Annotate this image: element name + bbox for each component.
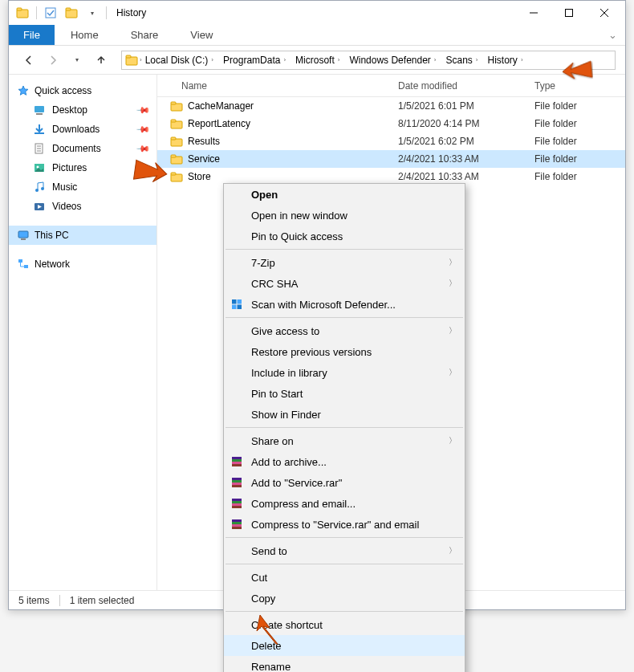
sidebar-item-videos[interactable]: Videos [9, 197, 156, 216]
nav-forward-button[interactable] [43, 50, 63, 71]
rar-icon [229, 454, 245, 470]
ribbon-expand-icon[interactable]: ⌄ [600, 25, 625, 45]
network-label: Network [35, 259, 70, 270]
menu-compress-to-service-rar-and-email[interactable]: Compress to "Service.rar" and email [224, 514, 465, 535]
menu-open-in-new-window[interactable]: Open in new window [224, 205, 465, 226]
menu-copy[interactable]: Copy [224, 588, 465, 609]
svg-rect-39 [238, 299, 242, 304]
sidebar-network[interactable]: Network [9, 255, 156, 274]
menu-restore-previous-versions[interactable]: Restore previous versions [224, 341, 465, 362]
breadcrumb-windows-defender[interactable]: Windows Defender› [346, 55, 442, 66]
menu-give-access-to[interactable]: Give access to〉 [224, 320, 465, 341]
sidebar-item-desktop[interactable]: Desktop📌 [9, 100, 156, 120]
svg-rect-10 [126, 55, 131, 58]
menu-add-to-archive[interactable]: Add to archive... [224, 451, 465, 472]
svg-rect-38 [232, 299, 237, 304]
menu-separator [226, 317, 463, 318]
menu-rename[interactable]: Rename [224, 656, 465, 672]
close-button[interactable] [587, 1, 622, 25]
col-name[interactable]: Name [157, 80, 398, 92]
svg-rect-57 [232, 524, 242, 527]
svg-point-21 [41, 187, 44, 190]
svg-rect-13 [35, 132, 44, 134]
menu-separator [226, 564, 463, 564]
folder-icon [170, 100, 183, 112]
menu-create-shortcut[interactable]: Create shortcut [224, 614, 465, 635]
svg-rect-6 [566, 10, 573, 17]
column-headers[interactable]: Name Date modified Type [157, 75, 625, 97]
maximize-button[interactable] [551, 1, 587, 25]
menu-open[interactable]: Open [224, 184, 465, 205]
star-icon [17, 84, 30, 97]
folder-row-results[interactable]: Results1/5/2021 6:02 PMFile folder [157, 132, 625, 150]
nav-sidebar: Quick access Desktop📌Downloads📌Documents… [9, 75, 157, 590]
menu-pin-to-start[interactable]: Pin to Start [224, 383, 465, 404]
breadcrumb-programdata[interactable]: ProgramData› [220, 55, 292, 66]
address-bar-row: ▾ › Local Disk (C:)›ProgramData›Microsof… [9, 46, 625, 75]
nav-recent-dropdown[interactable]: ▾ [67, 50, 87, 71]
pin-icon: 📌 [135, 121, 150, 136]
svg-rect-45 [232, 462, 242, 464]
music-icon [33, 181, 46, 193]
address-bar[interactable]: › Local Disk (C:)›ProgramData›Microsoft›… [121, 51, 616, 70]
rar-icon [229, 495, 245, 511]
svg-rect-29 [171, 102, 176, 104]
breadcrumb-scans[interactable]: Scans› [443, 55, 485, 66]
status-selected: 1 item selected [70, 595, 135, 606]
this-pc-icon [17, 229, 30, 242]
this-pc-label: This PC [35, 230, 69, 241]
submenu-arrow-icon: 〉 [449, 257, 457, 268]
sidebar-item-music[interactable]: Music [9, 177, 156, 197]
qat-checkbox-icon[interactable] [43, 6, 58, 20]
svg-rect-49 [232, 483, 242, 485]
quick-access-header[interactable]: Quick access [9, 81, 156, 100]
minimize-button[interactable] [516, 1, 551, 25]
ribbon-tab-home[interactable]: Home [55, 25, 115, 45]
folder-row-service[interactable]: Service2/4/2021 10:33 AMFile folder [157, 150, 625, 168]
svg-rect-25 [21, 238, 26, 240]
folder-icon [170, 153, 183, 165]
ribbon-tab-share[interactable]: Share [115, 25, 175, 45]
menu-include-in-library[interactable]: Include in library〉 [224, 362, 465, 383]
nav-up-button[interactable] [91, 50, 112, 71]
breadcrumb-microsoft[interactable]: Microsoft› [292, 55, 346, 66]
sidebar-item-documents[interactable]: Documents📌 [9, 139, 156, 158]
folder-row-reportlatency[interactable]: ReportLatency8/11/2020 4:14 PMFile folde… [157, 115, 625, 132]
videos-icon [33, 200, 46, 213]
menu-cut[interactable]: Cut [224, 567, 465, 588]
menu-scan-with-microsoft-defender[interactable]: Scan with Microsoft Defender... [224, 294, 465, 315]
folder-row-cachemanager[interactable]: CacheManager1/5/2021 6:01 PMFile folder [157, 97, 625, 115]
qat-dropdown-icon[interactable]: ▾ [85, 6, 100, 20]
svg-rect-2 [46, 8, 55, 18]
menu-pin-to-quick-access[interactable]: Pin to Quick access [224, 226, 465, 246]
menu-show-in-finder[interactable]: Show in Finder [224, 404, 465, 425]
menu-add-to-service-rar[interactable]: Add to "Service.rar" [224, 472, 465, 493]
sidebar-item-pictures[interactable]: Pictures📌 [9, 158, 156, 177]
svg-rect-52 [232, 501, 242, 503]
menu-send-to[interactable]: Send to〉 [224, 540, 465, 561]
ribbon-tab-view[interactable]: View [174, 25, 229, 45]
menu-7-zip[interactable]: 7-Zip〉 [224, 252, 465, 273]
svg-rect-37 [171, 173, 176, 175]
menu-crc-sha[interactable]: CRC SHA〉 [224, 273, 465, 294]
breadcrumb-history[interactable]: History› [485, 55, 530, 66]
menu-separator [226, 249, 463, 250]
title-bar[interactable]: ▾ History [9, 1, 625, 25]
sidebar-this-pc[interactable]: This PC [9, 226, 156, 245]
col-type[interactable]: Type [534, 80, 625, 92]
nav-back-button[interactable] [18, 50, 39, 71]
sidebar-item-downloads[interactable]: Downloads📌 [9, 120, 156, 139]
menu-delete[interactable]: Delete [224, 635, 465, 656]
folder-icon [170, 170, 183, 183]
folder-icon [170, 135, 183, 148]
pin-icon: 📌 [135, 141, 150, 156]
qat-folder-icon[interactable] [64, 6, 79, 20]
ribbon-file-tab[interactable]: File [9, 25, 55, 45]
menu-share-on[interactable]: Share on〉 [224, 430, 465, 451]
addr-folder-icon [125, 54, 138, 67]
menu-compress-and-email[interactable]: Compress and email... [224, 493, 465, 514]
breadcrumb-local-disk-c-[interactable]: Local Disk (C:)› [142, 55, 220, 66]
submenu-arrow-icon: 〉 [449, 325, 457, 336]
svg-rect-40 [232, 305, 237, 310]
col-date[interactable]: Date modified [398, 80, 534, 92]
